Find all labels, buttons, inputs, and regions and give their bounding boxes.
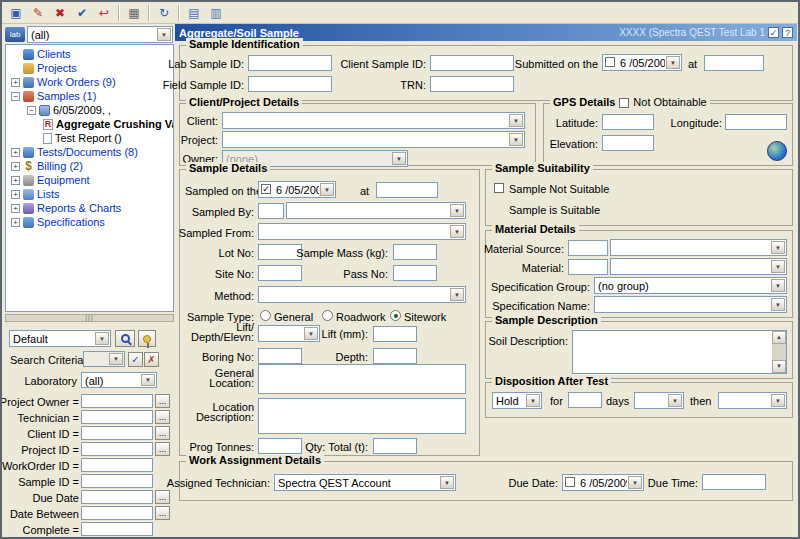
material-source-combo[interactable]: ▼ [610, 239, 787, 256]
tree-item-clients[interactable]: Clients [6, 47, 173, 61]
dropdown-arrow-icon[interactable]: ▼ [509, 114, 523, 127]
dropdown-arrow-icon[interactable]: ▼ [771, 298, 785, 311]
project-owner-browse-button[interactable]: ... [155, 394, 170, 408]
sampled-by-id-input[interactable] [258, 203, 284, 219]
technician-input[interactable] [81, 410, 153, 424]
date-enable-checkbox[interactable] [605, 57, 615, 67]
sample-id-input[interactable] [81, 474, 153, 488]
sampled-time-input[interactable] [376, 182, 438, 198]
date-between-input[interactable] [81, 506, 153, 520]
due-time-input[interactable] [702, 474, 766, 490]
expand-icon[interactable]: + [11, 148, 20, 157]
technician-browse-button[interactable]: ... [155, 410, 170, 424]
dropdown-arrow-icon[interactable]: ▼ [628, 476, 642, 489]
tree-item-sample-date[interactable]: −6/05/2009, , [6, 103, 173, 117]
tree-item-projects[interactable]: Projects [6, 61, 173, 75]
pin-search-button[interactable] [138, 330, 156, 347]
expand-icon[interactable]: + [11, 204, 20, 213]
tree-item-work-orders[interactable]: +Work Orders (9) [6, 75, 173, 89]
tree-item-test-report[interactable]: Test Report () [6, 131, 173, 145]
dropdown-arrow-icon[interactable]: ▼ [771, 279, 785, 292]
collapse-icon[interactable]: − [11, 92, 20, 101]
method-combo[interactable]: ▼ [258, 286, 466, 303]
dropdown-arrow-icon[interactable]: ▼ [771, 394, 785, 407]
qty-total-input[interactable] [373, 438, 417, 454]
material-id-input[interactable] [568, 259, 608, 275]
elevation-input[interactable] [602, 135, 654, 151]
sample-type-general-radio[interactable] [260, 310, 271, 321]
dropdown-arrow-icon[interactable]: ▼ [320, 183, 334, 196]
disposition-then-combo[interactable]: ▼ [718, 392, 787, 409]
criteria-clear-button[interactable]: ✗ [144, 352, 159, 367]
dropdown-arrow-icon[interactable]: ▼ [141, 374, 155, 386]
reports-button[interactable]: ▥ [206, 4, 226, 22]
preview-button[interactable]: ▤ [184, 4, 204, 22]
project-id-browse-button[interactable]: ... [155, 442, 170, 456]
specification-group-combo[interactable]: (no group) ▼ [594, 277, 787, 294]
apply-button[interactable]: ✔ [72, 4, 92, 22]
client-sample-id-input[interactable] [430, 55, 514, 71]
tree-item-equipment[interactable]: +Equipment [6, 173, 173, 187]
collapse-icon[interactable]: − [27, 106, 36, 115]
due-date-input[interactable] [81, 490, 153, 504]
complete-input[interactable] [81, 522, 153, 536]
dropdown-arrow-icon[interactable]: ▼ [392, 152, 406, 165]
disposition-days-combo[interactable]: ▼ [634, 392, 684, 409]
laboratory-combo[interactable]: (all) ▼ [81, 372, 157, 388]
not-obtainable-checkbox[interactable] [619, 98, 629, 108]
tree-item-tests-documents[interactable]: +Tests/Documents (8) [6, 145, 173, 159]
client-combo[interactable]: ▼ [222, 112, 525, 129]
assigned-technician-combo[interactable]: Spectra QEST Account ▼ [274, 474, 456, 491]
expand-icon[interactable]: + [11, 218, 20, 227]
specification-name-combo[interactable]: ▼ [594, 296, 787, 313]
latitude-input[interactable] [602, 114, 654, 130]
lab-sample-id-input[interactable] [248, 55, 332, 71]
help-icon[interactable]: ? [782, 27, 793, 38]
lab-selector-combo[interactable]: (all) ▼ [27, 26, 173, 43]
project-combo[interactable]: ▼ [222, 131, 525, 148]
dropdown-arrow-icon[interactable]: ▼ [771, 241, 785, 254]
scrollbar[interactable]: ▲ ▼ [772, 331, 786, 373]
date-enable-checkbox[interactable] [565, 477, 575, 487]
tree-item-aggregate-crushing-value[interactable]: RAggregate Crushing Value , [6, 117, 173, 131]
dropdown-arrow-icon[interactable]: ▼ [304, 327, 318, 340]
site-no-input[interactable] [258, 265, 302, 281]
undo-button[interactable]: ↩ [94, 4, 114, 22]
disposition-days-input[interactable] [568, 392, 602, 408]
refresh-button[interactable]: ↻ [154, 4, 174, 22]
material-combo[interactable]: ▼ [610, 258, 787, 275]
field-sample-id-input[interactable] [248, 76, 332, 92]
sampled-from-combo[interactable]: ▼ [258, 223, 466, 240]
dropdown-arrow-icon[interactable]: ▼ [509, 133, 523, 146]
new-button[interactable]: ▣ [6, 4, 26, 22]
edit-button[interactable]: ✎ [28, 4, 48, 22]
print-button[interactable]: ▦ [124, 4, 144, 22]
lift-mm-input[interactable] [373, 326, 417, 342]
search-preset-combo[interactable]: Default ▼ [9, 330, 111, 347]
dropdown-arrow-icon[interactable]: ▼ [666, 56, 680, 69]
sample-mass-input[interactable] [393, 244, 437, 260]
dropdown-arrow-icon[interactable]: ▼ [157, 28, 171, 41]
pass-no-input[interactable] [393, 265, 437, 281]
splitter-handle[interactable]: ||| [5, 314, 174, 322]
search-criteria-combo[interactable]: ▼ [83, 351, 125, 367]
tree-item-reports-charts[interactable]: +Reports & Charts [6, 201, 173, 215]
dropdown-arrow-icon[interactable]: ▼ [109, 353, 123, 365]
date-between-browse-button[interactable]: ... [155, 506, 170, 520]
workorder-id-input[interactable] [81, 458, 153, 472]
sampled-date-picker[interactable]: ✓ 6 /05/2009 ▼ [258, 181, 336, 198]
run-search-button[interactable] [115, 330, 135, 347]
tree-item-billing[interactable]: +$Billing (2) [6, 159, 173, 173]
dropdown-arrow-icon[interactable]: ▼ [450, 225, 464, 238]
sampled-by-combo[interactable]: ▼ [286, 202, 466, 219]
dropdown-arrow-icon[interactable]: ▼ [526, 394, 540, 407]
tree-item-lists[interactable]: +Lists [6, 187, 173, 201]
boring-no-input[interactable] [258, 348, 302, 364]
disposition-combo[interactable]: Hold ▼ [492, 392, 542, 409]
delete-button[interactable]: ✖ [50, 4, 70, 22]
dropdown-arrow-icon[interactable]: ▼ [95, 332, 109, 345]
scroll-down-icon[interactable]: ▼ [772, 360, 786, 373]
tree-item-samples[interactable]: −Samples (1) [6, 89, 173, 103]
trn-input[interactable] [430, 76, 514, 92]
lift-depth-elevn-combo[interactable]: ▼ [258, 325, 320, 342]
